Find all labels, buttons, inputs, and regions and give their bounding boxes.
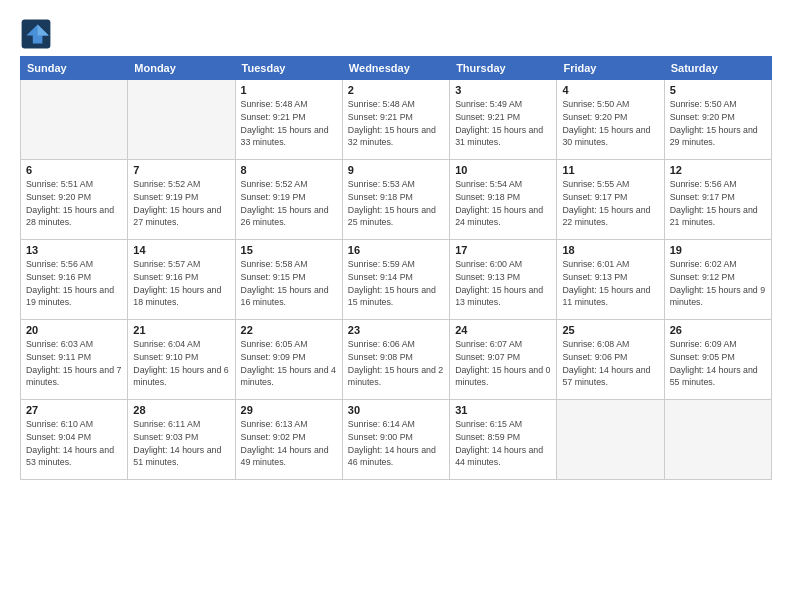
day-detail: Sunrise: 6:08 AM Sunset: 9:06 PM Dayligh… <box>562 338 658 389</box>
day-number: 6 <box>26 164 122 176</box>
calendar-header-row: SundayMondayTuesdayWednesdayThursdayFrid… <box>21 57 772 80</box>
day-header-thursday: Thursday <box>450 57 557 80</box>
calendar-cell <box>21 80 128 160</box>
day-number: 30 <box>348 404 444 416</box>
day-number: 18 <box>562 244 658 256</box>
day-detail: Sunrise: 6:14 AM Sunset: 9:00 PM Dayligh… <box>348 418 444 469</box>
day-number: 14 <box>133 244 229 256</box>
page: SundayMondayTuesdayWednesdayThursdayFrid… <box>0 0 792 612</box>
day-detail: Sunrise: 5:52 AM Sunset: 9:19 PM Dayligh… <box>241 178 337 229</box>
day-detail: Sunrise: 5:56 AM Sunset: 9:16 PM Dayligh… <box>26 258 122 309</box>
day-detail: Sunrise: 5:49 AM Sunset: 9:21 PM Dayligh… <box>455 98 551 149</box>
day-detail: Sunrise: 6:15 AM Sunset: 8:59 PM Dayligh… <box>455 418 551 469</box>
day-number: 16 <box>348 244 444 256</box>
day-header-friday: Friday <box>557 57 664 80</box>
day-detail: Sunrise: 5:53 AM Sunset: 9:18 PM Dayligh… <box>348 178 444 229</box>
calendar-cell: 30Sunrise: 6:14 AM Sunset: 9:00 PM Dayli… <box>342 400 449 480</box>
logo <box>20 18 56 50</box>
day-number: 2 <box>348 84 444 96</box>
day-number: 8 <box>241 164 337 176</box>
calendar-cell: 3Sunrise: 5:49 AM Sunset: 9:21 PM Daylig… <box>450 80 557 160</box>
day-detail: Sunrise: 5:50 AM Sunset: 9:20 PM Dayligh… <box>670 98 766 149</box>
day-number: 26 <box>670 324 766 336</box>
week-row-3: 20Sunrise: 6:03 AM Sunset: 9:11 PM Dayli… <box>21 320 772 400</box>
calendar-cell: 5Sunrise: 5:50 AM Sunset: 9:20 PM Daylig… <box>664 80 771 160</box>
day-detail: Sunrise: 6:07 AM Sunset: 9:07 PM Dayligh… <box>455 338 551 389</box>
day-number: 17 <box>455 244 551 256</box>
day-number: 21 <box>133 324 229 336</box>
calendar-cell: 12Sunrise: 5:56 AM Sunset: 9:17 PM Dayli… <box>664 160 771 240</box>
day-number: 20 <box>26 324 122 336</box>
day-detail: Sunrise: 5:52 AM Sunset: 9:19 PM Dayligh… <box>133 178 229 229</box>
day-detail: Sunrise: 6:00 AM Sunset: 9:13 PM Dayligh… <box>455 258 551 309</box>
calendar-cell: 18Sunrise: 6:01 AM Sunset: 9:13 PM Dayli… <box>557 240 664 320</box>
day-detail: Sunrise: 5:56 AM Sunset: 9:17 PM Dayligh… <box>670 178 766 229</box>
day-detail: Sunrise: 5:48 AM Sunset: 9:21 PM Dayligh… <box>241 98 337 149</box>
day-detail: Sunrise: 6:03 AM Sunset: 9:11 PM Dayligh… <box>26 338 122 389</box>
calendar-cell: 13Sunrise: 5:56 AM Sunset: 9:16 PM Dayli… <box>21 240 128 320</box>
day-detail: Sunrise: 6:13 AM Sunset: 9:02 PM Dayligh… <box>241 418 337 469</box>
calendar-cell: 11Sunrise: 5:55 AM Sunset: 9:17 PM Dayli… <box>557 160 664 240</box>
day-detail: Sunrise: 5:58 AM Sunset: 9:15 PM Dayligh… <box>241 258 337 309</box>
day-number: 13 <box>26 244 122 256</box>
calendar-cell: 24Sunrise: 6:07 AM Sunset: 9:07 PM Dayli… <box>450 320 557 400</box>
calendar-cell <box>128 80 235 160</box>
day-detail: Sunrise: 5:50 AM Sunset: 9:20 PM Dayligh… <box>562 98 658 149</box>
day-number: 31 <box>455 404 551 416</box>
day-detail: Sunrise: 6:11 AM Sunset: 9:03 PM Dayligh… <box>133 418 229 469</box>
week-row-1: 6Sunrise: 5:51 AM Sunset: 9:20 PM Daylig… <box>21 160 772 240</box>
day-number: 11 <box>562 164 658 176</box>
calendar-cell: 14Sunrise: 5:57 AM Sunset: 9:16 PM Dayli… <box>128 240 235 320</box>
calendar-cell: 31Sunrise: 6:15 AM Sunset: 8:59 PM Dayli… <box>450 400 557 480</box>
day-number: 29 <box>241 404 337 416</box>
day-number: 9 <box>348 164 444 176</box>
day-number: 28 <box>133 404 229 416</box>
calendar-cell: 29Sunrise: 6:13 AM Sunset: 9:02 PM Dayli… <box>235 400 342 480</box>
calendar-cell: 15Sunrise: 5:58 AM Sunset: 9:15 PM Dayli… <box>235 240 342 320</box>
calendar-cell: 4Sunrise: 5:50 AM Sunset: 9:20 PM Daylig… <box>557 80 664 160</box>
calendar-cell: 10Sunrise: 5:54 AM Sunset: 9:18 PM Dayli… <box>450 160 557 240</box>
calendar-cell: 6Sunrise: 5:51 AM Sunset: 9:20 PM Daylig… <box>21 160 128 240</box>
day-detail: Sunrise: 6:10 AM Sunset: 9:04 PM Dayligh… <box>26 418 122 469</box>
calendar-cell: 23Sunrise: 6:06 AM Sunset: 9:08 PM Dayli… <box>342 320 449 400</box>
day-number: 19 <box>670 244 766 256</box>
calendar-cell: 19Sunrise: 6:02 AM Sunset: 9:12 PM Dayli… <box>664 240 771 320</box>
calendar-cell: 8Sunrise: 5:52 AM Sunset: 9:19 PM Daylig… <box>235 160 342 240</box>
day-number: 15 <box>241 244 337 256</box>
calendar-cell: 9Sunrise: 5:53 AM Sunset: 9:18 PM Daylig… <box>342 160 449 240</box>
week-row-0: 1Sunrise: 5:48 AM Sunset: 9:21 PM Daylig… <box>21 80 772 160</box>
calendar-cell: 26Sunrise: 6:09 AM Sunset: 9:05 PM Dayli… <box>664 320 771 400</box>
calendar-cell: 2Sunrise: 5:48 AM Sunset: 9:21 PM Daylig… <box>342 80 449 160</box>
calendar-cell: 27Sunrise: 6:10 AM Sunset: 9:04 PM Dayli… <box>21 400 128 480</box>
day-number: 25 <box>562 324 658 336</box>
calendar-cell: 20Sunrise: 6:03 AM Sunset: 9:11 PM Dayli… <box>21 320 128 400</box>
calendar-cell: 7Sunrise: 5:52 AM Sunset: 9:19 PM Daylig… <box>128 160 235 240</box>
calendar-cell: 17Sunrise: 6:00 AM Sunset: 9:13 PM Dayli… <box>450 240 557 320</box>
day-number: 3 <box>455 84 551 96</box>
calendar-cell <box>557 400 664 480</box>
calendar-cell: 1Sunrise: 5:48 AM Sunset: 9:21 PM Daylig… <box>235 80 342 160</box>
week-row-2: 13Sunrise: 5:56 AM Sunset: 9:16 PM Dayli… <box>21 240 772 320</box>
day-detail: Sunrise: 6:01 AM Sunset: 9:13 PM Dayligh… <box>562 258 658 309</box>
day-header-wednesday: Wednesday <box>342 57 449 80</box>
day-detail: Sunrise: 5:51 AM Sunset: 9:20 PM Dayligh… <box>26 178 122 229</box>
week-row-4: 27Sunrise: 6:10 AM Sunset: 9:04 PM Dayli… <box>21 400 772 480</box>
day-header-saturday: Saturday <box>664 57 771 80</box>
day-header-sunday: Sunday <box>21 57 128 80</box>
day-detail: Sunrise: 6:02 AM Sunset: 9:12 PM Dayligh… <box>670 258 766 309</box>
day-number: 24 <box>455 324 551 336</box>
day-number: 12 <box>670 164 766 176</box>
calendar-cell: 25Sunrise: 6:08 AM Sunset: 9:06 PM Dayli… <box>557 320 664 400</box>
day-detail: Sunrise: 5:57 AM Sunset: 9:16 PM Dayligh… <box>133 258 229 309</box>
day-number: 27 <box>26 404 122 416</box>
day-number: 10 <box>455 164 551 176</box>
day-detail: Sunrise: 6:05 AM Sunset: 9:09 PM Dayligh… <box>241 338 337 389</box>
day-detail: Sunrise: 5:54 AM Sunset: 9:18 PM Dayligh… <box>455 178 551 229</box>
day-number: 1 <box>241 84 337 96</box>
day-number: 5 <box>670 84 766 96</box>
day-number: 22 <box>241 324 337 336</box>
day-detail: Sunrise: 6:04 AM Sunset: 9:10 PM Dayligh… <box>133 338 229 389</box>
calendar-cell: 16Sunrise: 5:59 AM Sunset: 9:14 PM Dayli… <box>342 240 449 320</box>
calendar-cell: 22Sunrise: 6:05 AM Sunset: 9:09 PM Dayli… <box>235 320 342 400</box>
day-number: 7 <box>133 164 229 176</box>
